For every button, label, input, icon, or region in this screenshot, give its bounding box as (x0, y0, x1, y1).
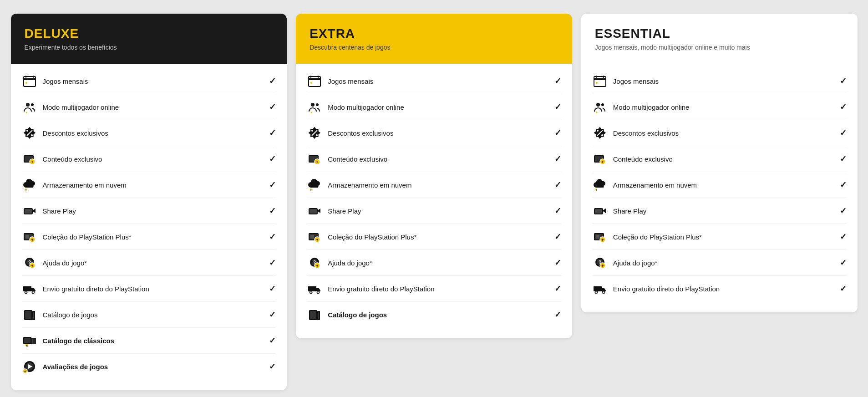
list-item: Descontos exclusivos✓ (22, 120, 276, 146)
check-icon: ✓ (269, 76, 276, 86)
feature-label-extra-7: Ajuda do jogo* (328, 259, 372, 267)
feature-left-extra-7: ? + Ajuda do jogo* (307, 255, 372, 270)
multiplayer-icon (22, 99, 37, 115)
list-item: + Coleção do PlayStation Plus*✓ (22, 224, 276, 250)
check-icon: ✓ (840, 154, 847, 164)
feature-label-extra-6: Coleção do PlayStation Plus* (328, 233, 416, 241)
exclusive-content-icon: + (307, 151, 322, 167)
svg-text:+: + (316, 238, 319, 242)
ps-collection-icon: + (22, 229, 37, 244)
game-trials-icon: + (22, 359, 37, 374)
list-item: ? + Ajuda do jogo*✓ (22, 250, 276, 276)
svg-rect-22 (25, 235, 29, 239)
feature-left-essential-8: Envio gratuito direto do PlayStation (592, 281, 720, 296)
list-item: Modo multijogador online✓ (22, 94, 276, 120)
card-extra: EXTRADescubra centenas de jogos Jogos me… (296, 14, 572, 338)
game-catalog-icon (22, 307, 37, 322)
svg-rect-19 (25, 209, 32, 214)
svg-point-59 (311, 112, 312, 113)
svg-rect-93 (594, 76, 606, 87)
list-item: + Avaliações de jogos✓ (22, 354, 276, 379)
svg-rect-82 (308, 287, 316, 291)
feature-left-essential-1: Modo multijogador online (592, 99, 690, 115)
exclusive-content-icon: + (22, 151, 37, 167)
card-header-essential: ESSENTIALJogos mensais, modo multijogado… (581, 14, 858, 64)
feature-label-deluxe-2: Descontos exclusivos (43, 129, 108, 137)
list-item: Share Play✓ (592, 198, 847, 224)
card-body-deluxe: Jogos mensais✓ Modo multijogador online✓… (11, 64, 287, 390)
feature-left-deluxe-0: Jogos mensais (22, 73, 88, 89)
svg-point-10 (26, 130, 28, 132)
check-icon: ✓ (269, 232, 276, 242)
svg-rect-30 (23, 287, 31, 291)
feature-label-deluxe-6: Coleção do PlayStation Plus* (43, 233, 132, 241)
feature-label-essential-7: Ajuda do jogo* (613, 259, 658, 267)
svg-point-6 (31, 103, 34, 106)
check-icon: ✓ (554, 232, 561, 242)
check-icon: ✓ (269, 206, 276, 216)
feature-left-extra-0: Jogos mensais (307, 73, 373, 89)
svg-point-7 (25, 112, 27, 113)
list-item: Share Play✓ (307, 198, 561, 224)
feature-left-essential-5: Share Play (592, 203, 646, 219)
feature-label-extra-8: Envio gratuito direto do PlayStation (328, 285, 434, 293)
share-play-icon (22, 203, 37, 219)
monthly-games-icon (592, 73, 608, 89)
monthly-games-icon (22, 73, 37, 89)
svg-point-98 (596, 103, 600, 107)
check-icon: ✓ (269, 180, 276, 190)
svg-point-103 (597, 130, 599, 132)
card-subtitle-essential: Jogos mensais, modo multijogador online … (595, 44, 844, 51)
feature-label-extra-3: Conteúdo exclusivo (328, 155, 387, 163)
list-item: × Catálogo de clássicos✓ (22, 328, 276, 354)
svg-rect-1 (24, 78, 36, 80)
classics-catalog-icon: × (22, 333, 37, 348)
feature-left-deluxe-5: Share Play (22, 203, 76, 219)
feature-label-deluxe-5: Share Play (43, 207, 76, 215)
cards-container: DELUXEExperimente todos os benefícios Jo… (11, 14, 858, 390)
card-header-extra: EXTRADescubra centenas de jogos (296, 14, 572, 64)
list-item: Catálogo de jogos✓ (307, 302, 561, 327)
feature-label-essential-3: Conteúdo exclusivo (613, 155, 673, 163)
svg-rect-115 (596, 235, 599, 239)
game-help-icon: ? + (22, 255, 37, 270)
list-item: Envio gratuito direto do PlayStation✓ (592, 276, 847, 301)
feature-left-extra-6: + Coleção do PlayStation Plus* (307, 229, 416, 244)
card-header-deluxe: DELUXEExperimente todos os benefícios (11, 14, 287, 64)
feature-left-extra-5: Share Play (307, 203, 361, 219)
check-icon: ✓ (840, 206, 847, 216)
svg-point-2 (25, 82, 27, 84)
svg-text:+: + (316, 264, 319, 268)
multiplayer-icon (592, 99, 608, 115)
game-help-icon: ? + (592, 255, 608, 270)
feature-left-deluxe-3: + Conteúdo exclusivo (22, 151, 102, 167)
feature-label-essential-8: Envio gratuito direto do PlayStation (613, 285, 720, 293)
svg-text:+: + (310, 188, 312, 192)
svg-rect-35 (23, 286, 31, 287)
svg-rect-37 (25, 311, 31, 319)
svg-text:+: + (601, 160, 604, 164)
svg-text:+: + (31, 264, 33, 268)
feature-left-extra-4: + Armazenamento em nuvem (307, 177, 411, 193)
svg-rect-53 (309, 78, 320, 80)
game-catalog-icon (307, 307, 322, 322)
svg-text:×: × (25, 344, 27, 347)
feature-label-extra-9: Catálogo de jogos (328, 311, 387, 319)
feature-label-essential-6: Coleção do PlayStation Plus* (613, 233, 702, 241)
svg-point-104 (601, 134, 603, 136)
check-icon: ✓ (840, 76, 847, 86)
svg-rect-55 (310, 76, 311, 78)
svg-rect-89 (310, 311, 316, 319)
feature-left-essential-3: + Conteúdo exclusivo (592, 151, 673, 167)
feature-left-deluxe-4: + Armazenamento em nuvem (22, 177, 127, 193)
svg-text:+: + (31, 238, 33, 242)
check-icon: ✓ (269, 154, 276, 164)
check-icon: ✓ (269, 336, 276, 346)
list-item: + Armazenamento em nuvem✓ (592, 172, 847, 198)
list-item: Jogos mensais✓ (592, 68, 847, 94)
feature-left-extra-3: + Conteúdo exclusivo (307, 151, 387, 167)
feature-label-deluxe-0: Jogos mensais (43, 77, 88, 85)
feature-label-extra-0: Jogos mensais (328, 77, 373, 85)
feature-left-deluxe-9: Catálogo de jogos (22, 307, 98, 322)
svg-rect-92 (318, 312, 319, 319)
